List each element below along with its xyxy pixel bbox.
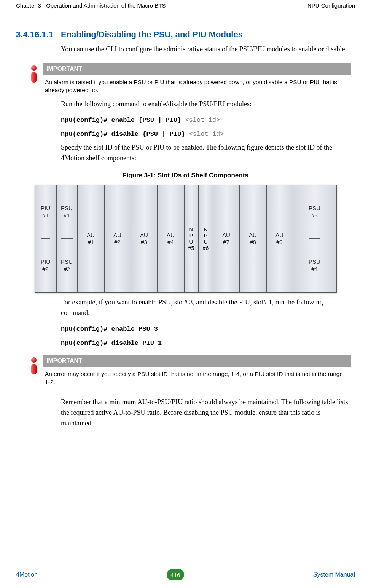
important-label: IMPORTANT <box>43 355 351 367</box>
command-disable: npu(config)# disable {PSU | PIU} <slot i… <box>61 131 351 138</box>
page: Chapter 3 - Operation and Administration… <box>0 0 371 588</box>
command-enable: npu(config)# enable {PSU | PIU} <slot id… <box>61 116 351 124</box>
slot-au8: AU #8 <box>249 232 257 246</box>
slot-au4: AU #4 <box>167 232 175 246</box>
paragraph-example: For example, if you want to enable PSU, … <box>61 297 351 319</box>
header-left: Chapter 3 - Operation and Administration… <box>16 2 166 9</box>
important-text: An alarm is raised if you enable a PSU o… <box>43 75 351 94</box>
info-icon <box>31 355 43 373</box>
page-footer: 4Motion 416 System Manual <box>16 566 355 580</box>
section-title: Enabling/Disabling the PSU, and PIU Modu… <box>61 30 243 40</box>
command-disable-piu1: npu(config)# disable PIU 1 <box>61 339 351 347</box>
paragraph-slot-id: Specify the slot ID of the PSU or PIU to… <box>61 142 351 164</box>
page-number-badge: 416 <box>167 569 184 580</box>
paragraph-ratio: Remember that a minimum AU-to-PSU/PIU ra… <box>61 397 351 429</box>
paragraph-intro: You can use the CLI to configure the adm… <box>61 44 351 55</box>
slot-au3: AU #3 <box>140 232 148 246</box>
command-enable-psu3: npu(config)# enable PSU 3 <box>61 325 351 333</box>
slot-au9: AU #9 <box>275 232 283 246</box>
slot-au7: AU #7 <box>222 232 230 246</box>
slot-npu5: N P U #5 <box>188 226 194 251</box>
slot-psu4: PSU #4 <box>309 258 320 273</box>
slot-psu1: PSU #1 <box>61 205 73 219</box>
section-heading: 3.4.16.1.1 Enabling/Disabling the PSU, a… <box>16 30 355 40</box>
slot-au2: AU #2 <box>113 232 121 246</box>
footer-left: 4Motion <box>16 571 38 578</box>
slot-piu1: PIU #1 <box>41 205 50 219</box>
shelf-diagram: PIU #1 PIU #2 PSU #1 PSU #2 AU #1 AU #2 … <box>35 185 337 293</box>
header-right: NPU Configuration <box>307 2 355 9</box>
important-callout-1: IMPORTANT An alarm is raised if you enab… <box>31 63 351 94</box>
important-label: IMPORTANT <box>43 63 351 75</box>
running-header: Chapter 3 - Operation and Administration… <box>16 0 355 11</box>
footer-right: System Manual <box>313 571 355 578</box>
info-icon <box>31 63 43 81</box>
slot-piu2: PIU #2 <box>41 258 50 273</box>
slot-psu3: PSU #3 <box>309 205 320 219</box>
section-number: 3.4.16.1.1 <box>16 30 61 40</box>
slot-npu6: N P U #6 <box>203 226 209 251</box>
body-column: You can use the CLI to configure the adm… <box>61 44 351 55</box>
important-text: An error may occur if you specify a PSU … <box>43 367 351 386</box>
paragraph-run-command: Run the following command to enable/disa… <box>61 99 351 110</box>
figure-caption: Figure 3-1: Slot IDs of Shelf Components <box>16 172 355 179</box>
important-callout-2: IMPORTANT An error may occur if you spec… <box>31 355 351 386</box>
slot-psu2: PSU #2 <box>61 258 73 273</box>
slot-au1: AU #1 <box>87 232 95 246</box>
